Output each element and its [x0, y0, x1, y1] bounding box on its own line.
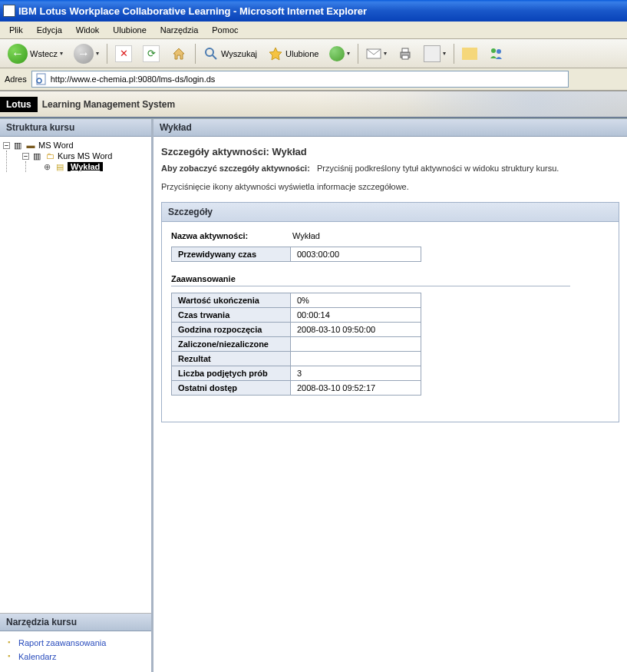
url-input[interactable] — [51, 74, 565, 84]
collapse-icon[interactable]: − — [22, 153, 29, 160]
menu-edit[interactable]: Edycja — [31, 23, 68, 37]
attempts-label: Liczba podjętych prób — [172, 366, 291, 381]
address-bar: Adres — [0, 68, 627, 91]
menu-favorites[interactable]: Ulubione — [107, 23, 152, 37]
refresh-icon: ⟳ — [143, 45, 160, 62]
tree-activity[interactable]: ⊕ ▤ Wykład — [41, 161, 148, 172]
time-label: Przewidywany czas — [172, 247, 291, 262]
collapse-icon[interactable]: − — [3, 142, 10, 149]
content-area: Wykład Szczegóły aktywności: Wykład Aby … — [153, 119, 627, 672]
activity-name-value: Wykład — [292, 231, 320, 240]
separator — [454, 44, 454, 64]
separator — [107, 44, 107, 64]
favorites-label: Ulubione — [285, 49, 318, 58]
dropdown-icon: ▾ — [384, 50, 387, 57]
start-label: Godzina rozpoczęcia — [172, 323, 291, 337]
course-tools: Narzędzia kursu Raport zaawansowania Kal… — [0, 613, 151, 672]
favorites-button[interactable]: Ulubione — [265, 45, 322, 63]
tool-calendar[interactable]: Kalendarz — [18, 652, 57, 661]
menu-file[interactable]: Plik — [3, 23, 29, 37]
sidebar: Struktura kursu − ▥ ▬ MS Word − ▥ 🗀 Kurs… — [0, 119, 153, 672]
attempts-value: 3 — [291, 366, 421, 381]
tool-item: Raport zaawansowania — [8, 636, 144, 650]
print-button[interactable] — [394, 45, 416, 63]
menu-tools[interactable]: Narzędzia — [154, 23, 205, 37]
menu-view[interactable]: Widok — [70, 23, 106, 37]
home-icon — [170, 45, 187, 62]
back-label: Wstecz — [30, 49, 58, 58]
svg-line-1 — [213, 55, 216, 59]
time-value: 0003:00:00 — [291, 247, 421, 262]
svg-rect-5 — [402, 55, 408, 59]
search-icon — [203, 46, 219, 61]
mail-button[interactable]: ▾ — [363, 46, 390, 61]
table-row: Ostatni dostęp2008-03-10 09:52:17 — [172, 381, 421, 396]
lotus-header: Lotus Learning Management System — [0, 91, 627, 118]
result-value — [291, 352, 421, 366]
separator — [195, 44, 196, 64]
table-row: Rezultat — [172, 352, 421, 366]
svg-point-6 — [491, 48, 496, 53]
help-text-2: Przyciśnięcie ikony aktywności wyświetla… — [153, 176, 627, 202]
dropdown-icon: ▾ — [443, 50, 446, 57]
home-button[interactable] — [167, 44, 190, 64]
stop-icon: ✕ — [115, 45, 132, 62]
folder-button[interactable] — [459, 46, 480, 61]
tree-course[interactable]: − ▥ 🗀 Kurs MS Word — [22, 151, 148, 161]
refresh-button[interactable]: ⟳ — [140, 44, 163, 64]
table-row: Czas trwania00:00:14 — [172, 308, 421, 323]
completion-value: 0% — [291, 293, 421, 308]
svg-rect-4 — [402, 48, 408, 52]
dropdown-icon: ▾ — [347, 50, 350, 57]
tree-root[interactable]: − ▥ ▬ MS Word — [3, 140, 148, 151]
svg-point-0 — [206, 48, 213, 56]
table-row: Wartość ukończenia0% — [172, 293, 421, 308]
address-label: Adres — [5, 74, 27, 84]
book-icon: ▬ — [25, 141, 36, 150]
address-field[interactable] — [31, 71, 569, 88]
lotus-logo: Lotus — [0, 97, 38, 112]
activity-name-row: Nazwa aktywności: Wykład — [171, 231, 609, 240]
tools-header: Narzędzia kursu — [0, 614, 151, 631]
forward-arrow-icon — [74, 44, 94, 64]
toolbar: Wstecz ▾ ▾ ✕ ⟳ Wyszukaj Ulubione ▾ ▾ ▾ — [0, 39, 627, 68]
doc-icon: ▥ — [12, 141, 23, 150]
tool-progress-report[interactable]: Raport zaawansowania — [18, 638, 106, 647]
progress-table: Wartość ukończenia0% Czas trwania00:00:1… — [171, 293, 421, 396]
search-label: Wyszukaj — [221, 49, 257, 58]
folder-icon: 🗀 — [45, 151, 55, 161]
dropdown-icon: ▾ — [60, 50, 63, 57]
history-icon — [329, 46, 345, 61]
time-table: Przewidywany czas 0003:00:00 — [171, 247, 421, 262]
passfail-value — [291, 337, 421, 352]
lastaccess-value: 2008-03-10 09:52:17 — [291, 381, 421, 396]
doc-icon: ▥ — [31, 151, 42, 161]
search-button[interactable]: Wyszukaj — [200, 45, 260, 63]
stop-button[interactable]: ✕ — [112, 44, 135, 64]
menu-help[interactable]: Pomoc — [206, 23, 244, 37]
messenger-icon — [488, 46, 505, 61]
passfail-label: Zaliczone/niezaliczone — [172, 337, 291, 352]
star-icon — [268, 46, 283, 61]
course-tree: − ▥ ▬ MS Word − ▥ 🗀 Kurs MS Word ⊕ ▤ Wyk… — [0, 137, 151, 613]
lastaccess-label: Ostatni dostęp — [172, 381, 291, 396]
forward-button[interactable]: ▾ — [71, 42, 102, 65]
header-decoration — [320, 91, 627, 117]
activity-icon[interactable]: ▤ — [54, 162, 65, 171]
mail-icon — [366, 48, 381, 60]
content-subheader: Szczegóły aktywności: Wykład — [153, 137, 627, 161]
table-row: Godzina rozpoczęcia2008-03-10 09:50:00 — [172, 323, 421, 337]
print-icon — [398, 46, 413, 61]
start-value: 2008-03-10 09:50:00 — [291, 323, 421, 337]
tree-root-label: MS Word — [38, 141, 74, 150]
completion-label: Wartość ukończenia — [172, 293, 291, 308]
details-box: Szczegóły Nazwa aktywności: Wykład Przew… — [161, 202, 619, 422]
app-icon — [3, 5, 15, 17]
history-button[interactable]: ▾ — [326, 45, 353, 63]
back-button[interactable]: Wstecz ▾ — [5, 42, 66, 65]
messenger-button[interactable] — [485, 45, 508, 63]
tree-activity-link[interactable]: Wykład — [71, 162, 100, 171]
main-layout: Struktura kursu − ▥ ▬ MS Word − ▥ 🗀 Kurs… — [0, 118, 627, 672]
edit-button[interactable]: ▾ — [421, 44, 449, 64]
page-icon — [35, 73, 48, 85]
